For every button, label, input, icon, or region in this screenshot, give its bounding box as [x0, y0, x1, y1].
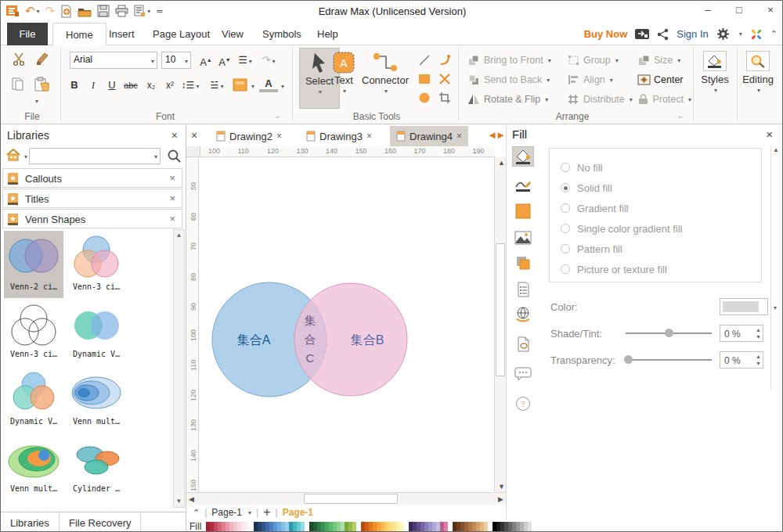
shape-dynamic-venn-2[interactable]: Dynamic V… [67, 298, 126, 365]
library-section-callouts[interactable]: ★ Callouts × [2, 168, 182, 188]
font-name-combo[interactable]: Arial▾ [70, 52, 157, 69]
decrease-font-icon[interactable]: A▼ [215, 52, 234, 69]
maximize-button[interactable]: □ [729, 2, 749, 18]
color-swatch-dropdown[interactable]: ▾ [720, 298, 768, 315]
sign-in-button[interactable]: Sign In [677, 28, 708, 40]
bullet-list-icon[interactable]: ☱▾ [207, 77, 226, 94]
palette-swatch[interactable] [352, 522, 356, 532]
line-tool-icon[interactable] [417, 53, 431, 67]
close-library-icon[interactable]: × [169, 213, 175, 225]
rotate-flip-button[interactable]: Rotate & Flip▾ [467, 91, 561, 108]
vertical-scrollbar[interactable]: ▲ ▼ [494, 157, 506, 492]
palette-swatch[interactable] [484, 522, 488, 532]
radio-icon[interactable] [561, 264, 570, 274]
center-button[interactable]: Center [637, 71, 688, 88]
search-icon[interactable] [167, 149, 181, 163]
tab-drawing3[interactable]: Drawing3× [300, 126, 378, 146]
share-icon[interactable] [657, 28, 669, 40]
strikethrough-button[interactable]: abc [121, 77, 140, 94]
fill-option-gradient-fill[interactable]: Gradient fill [561, 200, 629, 216]
tab-drawing4[interactable]: Drawing4× [390, 126, 468, 146]
add-page-button[interactable]: + [263, 505, 270, 519]
connector-tool-button[interactable]: Connector▾ [361, 48, 410, 109]
line-spacing-icon[interactable]: ↕☰▾ [181, 77, 200, 94]
transparency-slider[interactable] [626, 359, 712, 361]
buy-now-button[interactable]: Buy Now [584, 28, 628, 40]
rectangle-tool-icon[interactable] [417, 72, 431, 86]
styles-button[interactable]: Styles▾ [696, 48, 734, 109]
drawing-canvas[interactable]: 集合A 集合B 集 合 C [199, 157, 495, 492]
distribute-button[interactable]: Distribute▾ [566, 91, 637, 108]
font-size-combo[interactable]: 10▾ [161, 52, 191, 69]
settings-dropdown-arrow[interactable]: ▾ [739, 31, 742, 38]
tab-insert[interactable]: Insert [96, 23, 147, 45]
shape-cylinder[interactable]: Cylinder … [67, 433, 126, 500]
insert-picture-icon[interactable] [512, 228, 534, 248]
export-icon[interactable] [635, 28, 649, 40]
arc-tool-icon[interactable] [438, 53, 452, 67]
fill-option-picture-or-texture-fill[interactable]: Picture or texture fill [561, 261, 667, 277]
radio-icon[interactable] [561, 224, 570, 233]
close-tab-icon[interactable]: × [456, 131, 462, 142]
arrange-dialog-launcher-icon[interactable]: ⌐ [679, 113, 683, 120]
page-tab-active[interactable]: Page-1 [283, 507, 313, 518]
fill-option-solid-fill[interactable]: Solid fill [561, 180, 612, 196]
collapse-ribbon-icon[interactable]: ⌃ [770, 29, 778, 39]
settings-gear-icon[interactable] [716, 27, 730, 41]
fill-option-no-fill[interactable]: No fill [561, 160, 603, 175]
format-painter-icon[interactable] [35, 52, 51, 66]
shade-tint-slider[interactable] [626, 332, 712, 334]
close-tab-icon[interactable]: × [366, 131, 372, 142]
radio-icon[interactable] [561, 244, 570, 253]
palette-swatch[interactable] [245, 522, 249, 532]
shape-venn-multilayer-color[interactable]: Venn mult… [4, 433, 63, 500]
tab-drawing2[interactable]: Drawing2× [210, 126, 288, 146]
editing-button[interactable]: Editing▾ [738, 48, 778, 109]
close-tab-icon[interactable]: × [191, 129, 197, 142]
crop-tool-icon[interactable] [438, 91, 452, 105]
close-tab-icon[interactable]: × [276, 131, 282, 142]
hyperlink-icon[interactable] [512, 304, 534, 325]
fill-tool-icon[interactable] [512, 146, 534, 167]
library-search-input[interactable]: ▾ [29, 148, 161, 164]
bring-to-front-button[interactable]: Bring to Front▾ [467, 52, 561, 69]
layers-icon[interactable] [512, 253, 534, 273]
superscript-button[interactable]: x² [161, 77, 179, 94]
palette-swatch[interactable] [444, 522, 448, 532]
delete-shape-icon[interactable] [438, 72, 452, 86]
attachment-note-icon[interactable] [512, 334, 534, 354]
underline-button[interactable]: U [103, 77, 121, 94]
cut-icon[interactable] [12, 52, 27, 66]
palette-swatches[interactable] [206, 522, 536, 532]
palette-swatch[interactable] [528, 522, 532, 532]
tab-scroll-arrows[interactable]: ◄► [487, 129, 504, 141]
help-icon[interactable]: ? [512, 394, 534, 414]
minimize-button[interactable]: – [698, 2, 718, 18]
subscript-button[interactable]: x₂ [142, 77, 161, 94]
group-button[interactable]: Group▾ [566, 52, 629, 69]
library-section-venn-shapes[interactable]: ★ Venn Shapes × [2, 209, 182, 228]
close-library-icon[interactable]: × [169, 192, 175, 204]
tab-libraries[interactable]: Libraries [1, 512, 60, 532]
align-button[interactable]: Align▾ [566, 71, 622, 88]
library-scrollbar[interactable]: ▲ ▼ [173, 229, 185, 508]
palette-swatch[interactable] [301, 522, 305, 532]
close-library-icon[interactable]: × [169, 172, 175, 184]
tab-view[interactable]: View [209, 23, 256, 45]
fill-option-pattern-fill[interactable]: Pattern fill [561, 241, 622, 257]
radio-icon[interactable] [561, 203, 570, 213]
font-color-icon[interactable]: A [259, 77, 278, 92]
radio-icon[interactable] [561, 183, 570, 192]
text-highlight-icon[interactable] [233, 78, 248, 92]
send-to-back-button[interactable]: Send to Back▾ [467, 71, 561, 88]
shape-venn-3-circles[interactable]: Venn-3 ci… [67, 231, 126, 298]
increase-font-icon[interactable]: A▲ [197, 52, 215, 69]
shade-tint-spinner[interactable]: 0 %▲▼ [720, 325, 763, 342]
libraries-close-icon[interactable]: × [171, 129, 178, 142]
venn-diagram[interactable]: 集合A 集合B 集 合 C [199, 157, 495, 492]
shape-data-icon[interactable] [512, 279, 534, 300]
close-button[interactable]: × [760, 2, 781, 18]
palette-swatch[interactable] [400, 522, 404, 532]
font-dialog-launcher-icon[interactable]: ⌐ [276, 113, 280, 120]
collapse-pagebar-icon[interactable]: ⌃ [193, 508, 200, 518]
